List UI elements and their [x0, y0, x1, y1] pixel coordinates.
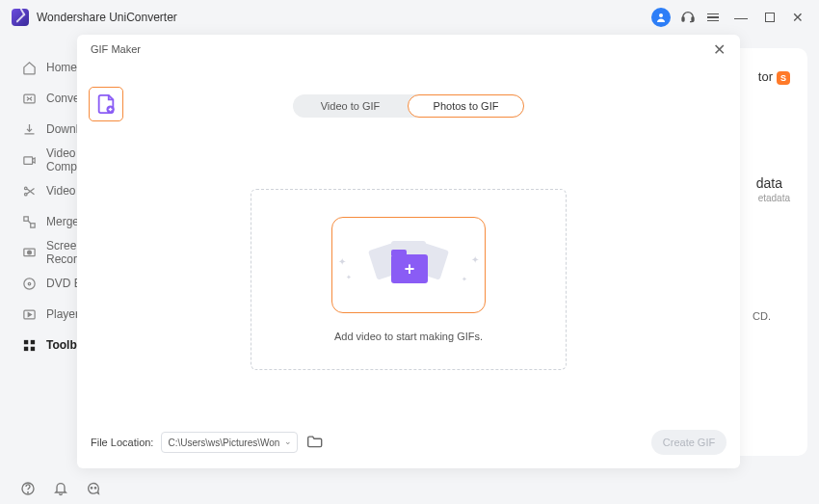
svg-point-6: [24, 193, 27, 196]
segmented-control: Video to GIF Photos to GIF: [293, 94, 524, 118]
modal-title: GIF Maker: [91, 43, 141, 55]
tab-video-to-gif[interactable]: Video to GIF: [293, 94, 408, 118]
compress-icon: [21, 152, 37, 168]
svg-point-21: [94, 488, 95, 489]
create-gif-button[interactable]: Create GIF: [651, 430, 727, 455]
grid-icon: [21, 337, 37, 353]
titlebar: Wondershare UniConverter — ✕: [0, 0, 819, 35]
svg-rect-14: [23, 339, 27, 343]
support-icon[interactable]: [680, 10, 696, 25]
svg-point-5: [24, 187, 27, 190]
app-title: Wondershare UniConverter: [37, 11, 177, 24]
browse-folder-button[interactable]: [305, 435, 325, 450]
file-location-input[interactable]: [161, 432, 298, 453]
app-logo-icon: [12, 9, 29, 26]
bg-peek-metadata: etadata: [758, 193, 790, 203]
svg-rect-2: [692, 17, 694, 21]
dropzone-button[interactable]: + ✦ ✦ ✦ ✦: [331, 217, 486, 313]
svg-rect-7: [23, 216, 27, 220]
svg-rect-8: [30, 223, 34, 226]
bg-peek-cd: CD.: [753, 310, 771, 322]
svg-rect-16: [23, 346, 27, 350]
svg-point-10: [27, 251, 31, 254]
menu-icon[interactable]: [705, 10, 721, 25]
file-location-label: File Location:: [91, 437, 153, 448]
record-icon: [21, 245, 37, 260]
modal-footer: File Location: ⌄ Create GIF: [91, 430, 727, 455]
add-file-button[interactable]: [89, 87, 123, 121]
merge-icon: [21, 214, 37, 229]
maximize-button[interactable]: [761, 13, 779, 22]
badge-s: S: [777, 71, 790, 85]
minimize-button[interactable]: —: [730, 10, 752, 25]
bottombar: [0, 473, 102, 504]
dvd-icon: [21, 276, 37, 291]
svg-rect-1: [682, 17, 684, 21]
svg-point-0: [659, 13, 663, 17]
help-icon[interactable]: [19, 480, 37, 497]
feedback-icon[interactable]: [85, 480, 102, 497]
svg-rect-15: [30, 339, 34, 343]
svg-rect-17: [30, 346, 34, 350]
svg-rect-4: [23, 156, 32, 164]
folder-illustration: +: [370, 241, 447, 289]
svg-point-20: [91, 488, 92, 489]
play-icon: [21, 306, 37, 322]
download-icon: [21, 121, 37, 137]
scissors-icon: [21, 183, 37, 199]
dropzone: + ✦ ✦ ✦ ✦ Add video to start making GIFs…: [251, 189, 567, 370]
svg-point-11: [23, 278, 34, 288]
sidebar-item-label: Player: [46, 307, 79, 321]
gif-maker-modal: GIF Maker ✕ Video to GIF Photos to GIF +…: [77, 35, 740, 468]
dropzone-text: Add video to start making GIFs.: [334, 331, 483, 342]
bg-peek-data: data: [756, 175, 782, 191]
svg-point-12: [28, 282, 31, 285]
folder-plus-icon: +: [391, 254, 428, 283]
convert-icon: [21, 91, 37, 106]
home-icon: [21, 60, 37, 75]
close-icon[interactable]: ✕: [709, 40, 728, 59]
sidebar-item-label: Home: [46, 61, 77, 74]
tab-photos-to-gif[interactable]: Photos to GIF: [408, 94, 524, 118]
bell-icon[interactable]: [52, 480, 69, 497]
bg-peek-tor: torS: [758, 69, 790, 85]
close-window-button[interactable]: ✕: [788, 10, 807, 25]
file-plus-icon: [95, 93, 117, 115]
svg-point-19: [28, 492, 29, 493]
user-avatar[interactable]: [651, 8, 671, 27]
